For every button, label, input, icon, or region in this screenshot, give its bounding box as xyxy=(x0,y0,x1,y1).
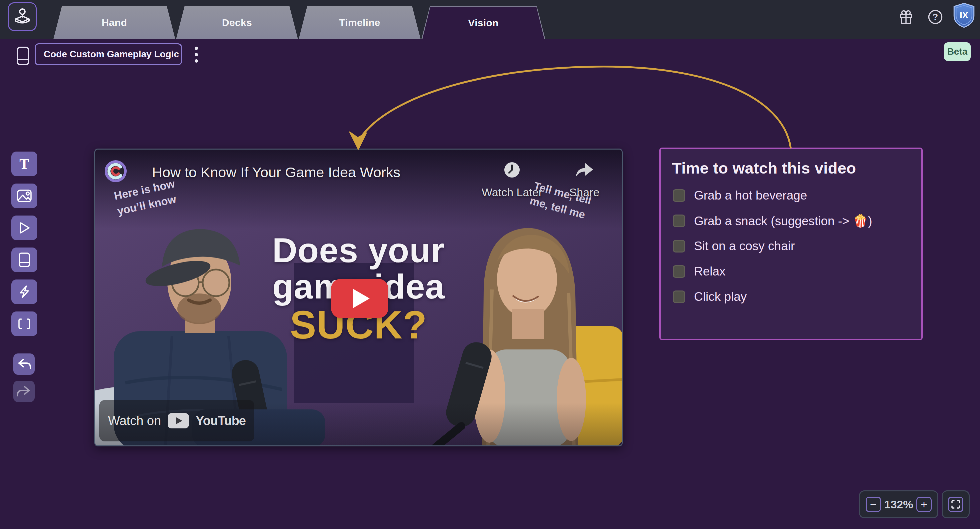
board-options-menu-button[interactable] xyxy=(189,44,204,65)
tab-timeline-label: Timeline xyxy=(339,17,380,28)
tab-vision[interactable]: Vision xyxy=(422,6,545,39)
tab-bar: Hand Decks Timeline Vision xyxy=(53,6,547,39)
checklist-title: Time to watch this video xyxy=(672,159,856,177)
fit-view-control xyxy=(942,490,970,518)
board-selector-label: Code Custom Gameplay Logic xyxy=(44,49,179,60)
joystick-icon xyxy=(14,8,31,25)
checkbox-unchecked[interactable] xyxy=(673,240,685,253)
checkbox-unchecked[interactable] xyxy=(673,189,685,202)
text-tool-button[interactable]: T xyxy=(11,152,37,176)
brackets-icon xyxy=(17,317,32,330)
card-icon xyxy=(18,252,30,267)
zoom-level: 132% xyxy=(885,498,913,511)
checkbox-unchecked[interactable] xyxy=(673,265,685,278)
text-tool-icon: T xyxy=(19,156,29,173)
checklist-item-relax[interactable]: Relax xyxy=(673,264,872,279)
gift-button[interactable] xyxy=(898,9,914,25)
tab-hand-label: Hand xyxy=(102,17,127,28)
watch-on-youtube-button[interactable]: Watch on YouTube xyxy=(99,400,255,442)
play-icon xyxy=(18,221,31,235)
redo-button[interactable] xyxy=(13,381,35,402)
vision-board-canvas[interactable]: Code Custom Gameplay Logic Beta T xyxy=(0,39,980,529)
checklist-panel[interactable]: Time to watch this video Grab a hot beve… xyxy=(659,148,923,340)
share-icon xyxy=(575,161,594,178)
watch-on-label: Watch on xyxy=(108,414,161,428)
undo-icon xyxy=(16,357,32,372)
fullscreen-icon xyxy=(951,500,960,509)
zoom-in-button[interactable]: + xyxy=(916,497,932,512)
checklist-item-label: Click play xyxy=(694,290,747,304)
watch-later-clock-icon xyxy=(504,162,520,178)
svg-text:?: ? xyxy=(933,12,938,22)
top-bar: Hand Decks Timeline Vision xyxy=(0,0,980,39)
tab-decks[interactable]: Decks xyxy=(176,6,298,39)
channel-logo-icon xyxy=(105,160,127,182)
play-triangle-icon xyxy=(353,289,370,308)
board-selector-dropdown[interactable]: Code Custom Gameplay Logic xyxy=(35,43,182,65)
zoom-out-button[interactable]: − xyxy=(865,497,881,512)
checklist-item-click-play[interactable]: Click play xyxy=(673,289,872,304)
redo-icon xyxy=(16,384,32,399)
video-play-button[interactable] xyxy=(331,279,388,318)
tab-vision-active-face: Vision xyxy=(422,7,544,39)
undo-button[interactable] xyxy=(13,353,35,375)
play-tool-button[interactable] xyxy=(11,216,37,240)
kebab-dot xyxy=(195,53,198,56)
card-tool-button[interactable] xyxy=(11,248,37,272)
kebab-dot xyxy=(195,47,198,50)
checklist-item-label: Grab a hot beverage xyxy=(694,189,807,203)
youtube-logo-icon xyxy=(168,413,189,428)
zoom-controls: − 132% + xyxy=(859,490,938,518)
watch-later-label: Watch Later xyxy=(482,186,542,199)
video-title[interactable]: How to Know If Your Game Idea Works xyxy=(152,164,400,181)
youtube-wordmark: YouTube xyxy=(196,414,246,428)
beta-badge: Beta xyxy=(944,42,970,61)
checkbox-unchecked[interactable] xyxy=(673,214,685,227)
board-card-icon[interactable] xyxy=(16,46,30,67)
help-button[interactable]: ? xyxy=(928,9,943,25)
checklist-item-cosy-chair[interactable]: Sit on a cosy chair xyxy=(673,239,872,254)
app-root: Hand Decks Timeline Vision xyxy=(0,0,980,529)
app-logo-button[interactable] xyxy=(8,2,37,31)
checkbox-unchecked[interactable] xyxy=(673,291,685,303)
gift-icon xyxy=(899,9,913,25)
checklist-item-hot-beverage[interactable]: Grab a hot beverage xyxy=(673,188,872,203)
user-avatar[interactable]: IX xyxy=(952,2,976,29)
checklist-item-label: Relax xyxy=(694,265,725,278)
image-tool-button[interactable] xyxy=(11,184,37,208)
share-label: Share xyxy=(570,186,600,199)
shield-avatar-icon: IX xyxy=(952,2,976,28)
share-button[interactable]: Share xyxy=(556,161,612,199)
youtube-video-embed[interactable]: Here is how you’ll know Tell me, tell me… xyxy=(94,149,623,446)
minus-icon: − xyxy=(870,499,877,510)
kebab-dot xyxy=(195,59,198,63)
fit-to-screen-button[interactable] xyxy=(948,497,963,512)
svg-text:IX: IX xyxy=(960,10,969,20)
help-icon: ? xyxy=(928,10,943,25)
checklist-item-label: Grab a snack (suggestion -> 🍿) xyxy=(694,214,872,228)
checklist-item-label: Sit on a cosy chair xyxy=(694,239,795,253)
tab-hand[interactable]: Hand xyxy=(53,6,175,39)
checklist-items: Grab a hot beverage Grab a snack (sugges… xyxy=(673,188,872,304)
lightning-tool-button[interactable] xyxy=(11,280,37,304)
plus-icon: + xyxy=(921,499,928,510)
tab-timeline[interactable]: Timeline xyxy=(299,6,421,39)
image-icon xyxy=(17,189,32,203)
thumbnail-headline-line1: Does your xyxy=(95,230,622,270)
tab-decks-label: Decks xyxy=(222,17,252,28)
channel-avatar[interactable] xyxy=(105,160,127,184)
checklist-item-snack[interactable]: Grab a snack (suggestion -> 🍿) xyxy=(673,213,872,228)
lightning-icon xyxy=(17,284,32,299)
code-brackets-tool-button[interactable] xyxy=(11,311,37,336)
tab-vision-label: Vision xyxy=(468,17,498,29)
watch-later-button[interactable]: Watch Later xyxy=(479,162,545,199)
